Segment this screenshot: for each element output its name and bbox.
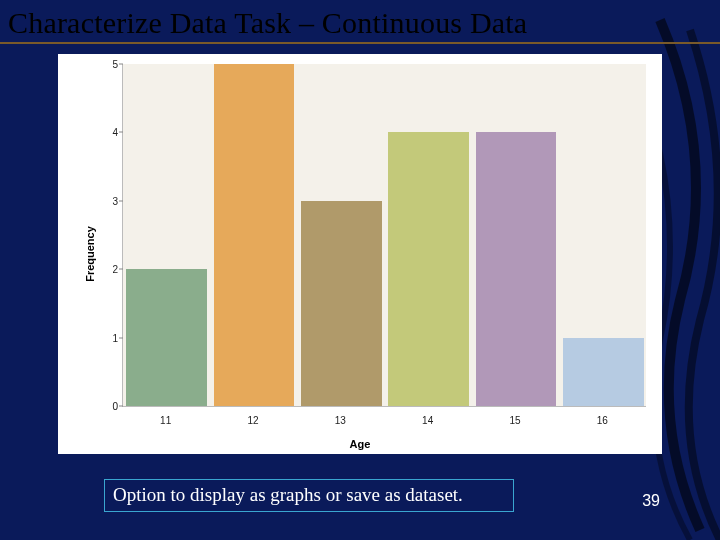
y-axis-label: Frequency xyxy=(84,226,96,282)
caption-text: Option to display as graphs or save as d… xyxy=(113,484,463,505)
plot-area xyxy=(122,64,646,406)
y-tick-label: 0 xyxy=(104,401,118,412)
x-tick-label: 15 xyxy=(509,415,520,426)
bar xyxy=(301,201,381,406)
chart-frame: Frequency Age 012345111213141516 xyxy=(58,54,662,454)
title-underline xyxy=(0,42,720,44)
y-tick-mark xyxy=(119,269,123,270)
x-tick-label: 16 xyxy=(597,415,608,426)
axis-baseline xyxy=(122,406,646,407)
y-tick-label: 2 xyxy=(104,264,118,275)
x-axis-label: Age xyxy=(58,438,662,450)
x-tick-label: 14 xyxy=(422,415,433,426)
bar xyxy=(563,338,643,406)
slide-title: Characterize Data Task – Continuous Data xyxy=(8,6,527,40)
x-tick-label: 13 xyxy=(335,415,346,426)
bar xyxy=(476,132,556,406)
page-number: 39 xyxy=(642,492,660,510)
x-tick-label: 11 xyxy=(160,415,171,426)
y-tick-mark xyxy=(119,132,123,133)
bar xyxy=(214,64,294,406)
bar xyxy=(126,269,206,406)
x-tick-label: 12 xyxy=(247,415,258,426)
y-tick-label: 4 xyxy=(104,127,118,138)
y-tick-mark xyxy=(119,200,123,201)
caption-box: Option to display as graphs or save as d… xyxy=(104,479,514,512)
y-tick-mark xyxy=(119,64,123,65)
bar xyxy=(388,132,468,406)
y-tick-label: 1 xyxy=(104,332,118,343)
y-tick-label: 5 xyxy=(104,59,118,70)
y-tick-mark xyxy=(119,337,123,338)
y-tick-label: 3 xyxy=(104,195,118,206)
y-tick-mark xyxy=(119,406,123,407)
